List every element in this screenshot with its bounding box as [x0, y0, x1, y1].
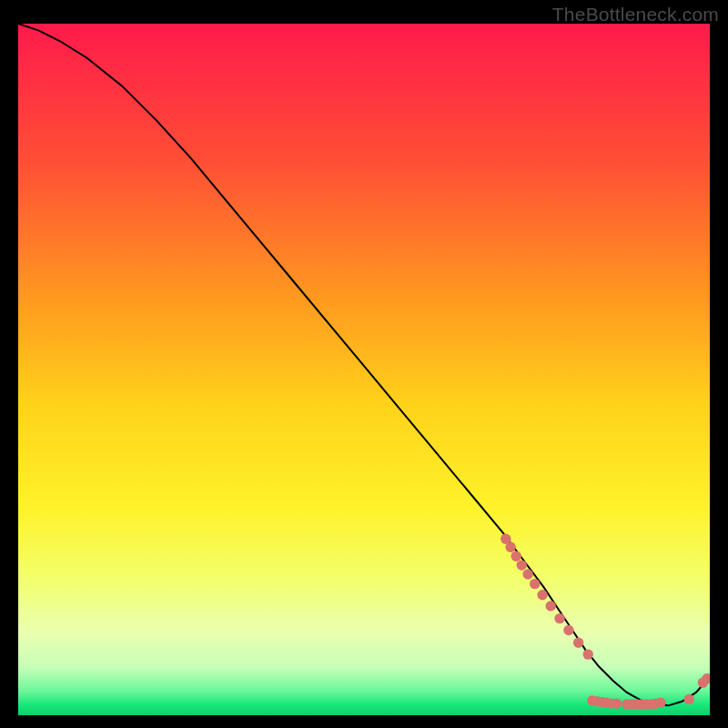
data-point [563, 625, 573, 635]
data-point [530, 579, 540, 589]
data-point [583, 649, 593, 659]
data-point [612, 698, 622, 708]
data-point [684, 694, 694, 704]
data-point [573, 638, 583, 648]
chart-stage: TheBottleneck.com [0, 0, 728, 728]
data-point [522, 569, 532, 579]
data-point [554, 613, 564, 623]
data-point [517, 560, 527, 570]
plot-area [18, 24, 710, 715]
data-point [546, 601, 556, 611]
data-point [505, 542, 515, 552]
data-point [537, 590, 547, 600]
data-point [511, 551, 521, 561]
watermark-text: TheBottleneck.com [552, 4, 719, 25]
data-point [655, 698, 665, 708]
points-layer [18, 24, 710, 715]
